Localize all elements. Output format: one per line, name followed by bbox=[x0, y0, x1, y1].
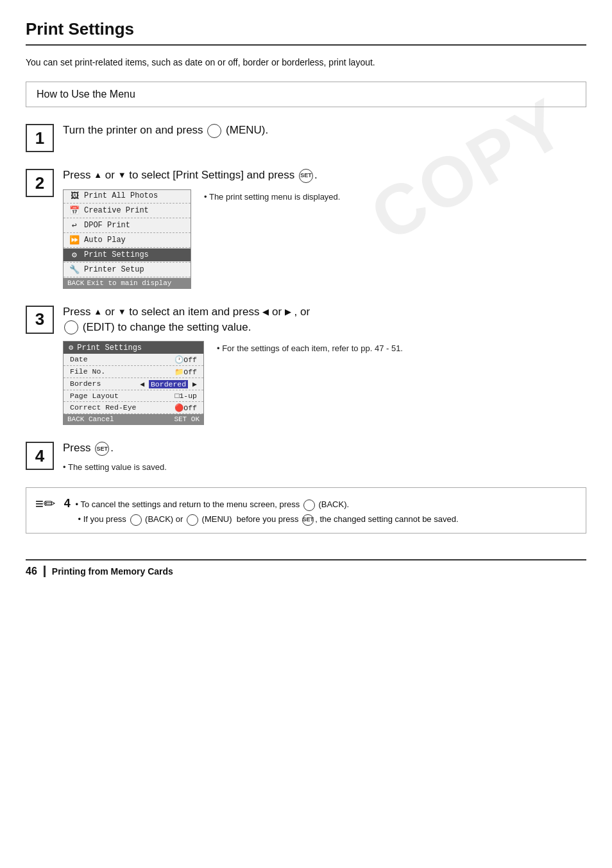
step-2-instruction: Press or to select [Print Settings] and … bbox=[63, 168, 586, 183]
footer-text: Printing from Memory Cards bbox=[52, 566, 173, 577]
step-3: 3 Press or to select an item and press o… bbox=[26, 304, 586, 426]
step-2-sub: 🖼 Print All Photos 📅 Creative Print ↩ DP… bbox=[63, 189, 586, 289]
step-1-number: 1 bbox=[26, 124, 54, 152]
step-3-instruction: Press or to select an item and press or … bbox=[63, 304, 586, 335]
step-3-content: Press or to select an item and press or … bbox=[63, 304, 586, 426]
menu-footer: BACK Exit to main display bbox=[64, 278, 191, 288]
menu-row-1: 🖼 Print All Photos bbox=[64, 190, 191, 202]
step-3-number: 3 bbox=[26, 306, 54, 334]
settings-row-redeye: Correct Red-Eye 🔴Off bbox=[64, 402, 203, 413]
note-icon: ≡✏ bbox=[35, 496, 55, 512]
menu-row-5-selected: ⚙ Print Settings bbox=[64, 248, 191, 261]
step-4-content: Press SET. The setting value is saved. bbox=[63, 440, 586, 472]
footer-page-number: 46 bbox=[26, 566, 37, 577]
step3-arrow-left-icon bbox=[262, 307, 269, 317]
step-2: 2 Press or to select [Print Settings] an… bbox=[26, 168, 586, 289]
menu-screenshot: 🖼 Print All Photos 📅 Creative Print ↩ DP… bbox=[63, 189, 191, 289]
set-icon-2: SET bbox=[302, 514, 314, 526]
menu-icon-circle bbox=[207, 124, 221, 138]
settings-screenshot: ⚙ Print Settings Date 🕐Off File No. 📁Off bbox=[63, 341, 204, 425]
section-heading: How to Use the Menu bbox=[37, 89, 135, 100]
settings-header: ⚙ Print Settings bbox=[64, 342, 203, 354]
step-4-bullet: The setting value is saved. bbox=[63, 462, 586, 472]
step4-set-icon: SET bbox=[95, 442, 109, 456]
step3-arrow-up-icon bbox=[94, 307, 102, 317]
footer-divider bbox=[44, 566, 46, 577]
note-content: 4 • To cancel the settings and return to… bbox=[64, 494, 459, 526]
back-icon-1 bbox=[303, 499, 315, 511]
back-icon-2 bbox=[130, 514, 142, 526]
step-2-bullet: The print setting menu is displayed. bbox=[204, 192, 340, 202]
set-icon: SET bbox=[299, 169, 313, 183]
arrow-up-icon bbox=[94, 170, 102, 180]
note-box: ≡✏ 4 • To cancel the settings and return… bbox=[26, 487, 586, 534]
settings-footer: BACK Cancel SET OK bbox=[64, 414, 203, 424]
step-1: 1 Turn the printer on and press (MENU). bbox=[26, 123, 586, 152]
step-4: 4 Press SET. The setting value is saved. bbox=[26, 440, 586, 472]
step-3-bullet: For the settings of each item, refer to … bbox=[217, 343, 403, 353]
settings-row-pagelayout: Page Layout □1-up bbox=[64, 390, 203, 401]
step-2-content: Press or to select [Print Settings] and … bbox=[63, 168, 586, 289]
step3-edit-icon bbox=[64, 320, 78, 334]
step3-arrow-down-icon bbox=[118, 307, 126, 317]
settings-row-date: Date 🕐Off bbox=[64, 354, 203, 365]
page-title: Print Settings bbox=[26, 19, 586, 46]
arrow-down-icon bbox=[118, 170, 126, 180]
step-2-number: 2 bbox=[26, 169, 54, 197]
step-1-instruction: Turn the printer on and press (MENU). bbox=[63, 123, 586, 138]
menu-icon-2 bbox=[187, 514, 198, 526]
step-4-number: 4 bbox=[26, 442, 54, 470]
menu-row-2: 📅 Creative Print bbox=[64, 204, 191, 217]
menu-row-3: ↩ DPOF Print bbox=[64, 219, 191, 232]
step-3-bullet-area: For the settings of each item, refer to … bbox=[217, 341, 403, 353]
menu-row-6: 🔧 Printer Setup bbox=[64, 263, 191, 276]
settings-row-borders: Borders ◀ Bordered ▶ bbox=[64, 378, 203, 390]
footer: 46 Printing from Memory Cards bbox=[26, 559, 586, 577]
section-heading-box: How to Use the Menu bbox=[26, 82, 586, 107]
step-4-instruction: Press SET. bbox=[63, 440, 586, 456]
settings-row-fileno: File No. 📁Off bbox=[64, 366, 203, 378]
step3-arrow-right-icon bbox=[285, 307, 291, 317]
step-2-bullet-area: The print setting menu is displayed. bbox=[204, 189, 340, 202]
step-3-sub: ⚙ Print Settings Date 🕐Off File No. 📁Off bbox=[63, 341, 586, 425]
intro-text: You can set print-related items, such as… bbox=[26, 57, 586, 67]
menu-row-4: ⏩ Auto Play bbox=[64, 234, 191, 247]
step-1-content: Turn the printer on and press (MENU). bbox=[63, 123, 586, 144]
